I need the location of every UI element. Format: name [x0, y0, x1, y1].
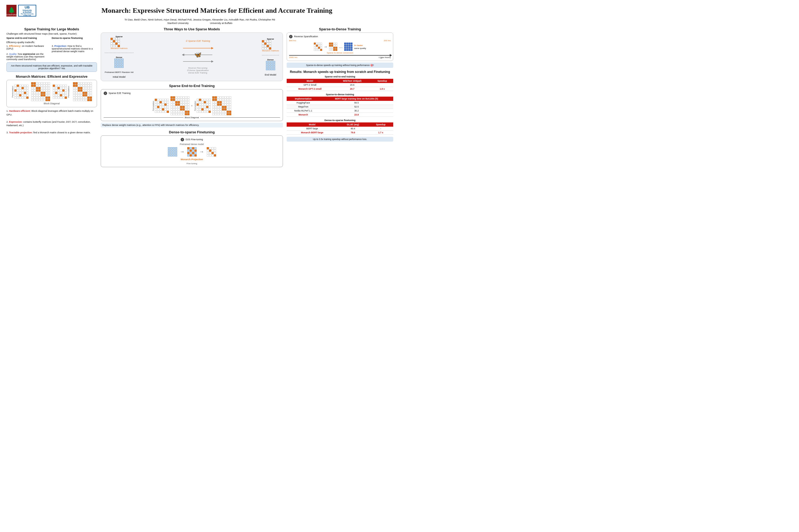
pt-proj: 3. Tractable projection: find a Monarch … — [6, 131, 97, 135]
s2d-mat-3 — [344, 43, 352, 51]
table2: Implementation BERT-large training time … — [287, 97, 393, 117]
pt-exp: 2. Expressive: contains butterfly matric… — [6, 120, 97, 128]
e2e-arrow: Block Diagonal — [104, 116, 280, 119]
pt1-highlight: Efficiency: — [9, 45, 21, 48]
bd-e2e-1 — [170, 96, 189, 115]
tw-center: ① Sparse E2E Training 🦋 — [136, 40, 259, 74]
question-box: Are there structured matrices that are e… — [6, 62, 97, 72]
two-col-labels: Sparse end-to-end training Dense-to-spar… — [6, 37, 97, 39]
perm-matrix-1: Permutation — [12, 84, 29, 99]
header: 🌲 STANFORD UB University at Buffalo The … — [6, 5, 393, 17]
tw-sparse-label2: Sparse Monarch matrices — [262, 38, 279, 52]
table-row-monarch: Monarch GPT-2-small 20.7 1.8 x — [287, 87, 393, 91]
bd-mat-2 — [73, 82, 92, 101]
s2d-diagram: 2 Reverse Sparsification 800 hrs 200 hrs — [287, 33, 393, 61]
perm-label-e2e-2: Permutation — [194, 101, 196, 111]
tw-end: Sparse Monarch matrices Dense — [262, 38, 279, 76]
arrow3-label: ③ Dense Sparsification — [187, 69, 209, 72]
s2d-note: Sparse-to-dense speeds up training witho… — [287, 62, 393, 68]
affiliations: Stanford University University at Buffal… — [6, 22, 393, 24]
table-row: HuggingFace 84.5 — [287, 101, 393, 105]
pt1-num: 1. — [6, 45, 8, 48]
table1-col3: Speedup — [371, 79, 393, 83]
pt3-highlight: Quality: — [9, 53, 17, 55]
table1-col2: WikiText 103(ppl) — [333, 79, 371, 83]
affiliation-stanford: Stanford University — [167, 22, 188, 24]
e2e-sub: 1 Sparse E2E Training — [104, 92, 280, 95]
pretrained-dense-label: Pretrained dense model — [180, 143, 204, 146]
pm-e2e-1 — [155, 99, 169, 113]
ft-arrow2: → — [199, 149, 204, 155]
s2d-time-labels: 2000 hrs t (gpu hours) — [289, 56, 391, 59]
table2-col2: BERT-large training time on 8xA100s (h) — [320, 97, 393, 101]
pm-mat-1 — [14, 84, 29, 99]
affiliation-ub: University at Buffalo — [210, 22, 232, 24]
finetuning-label: Fine-tuning — [186, 162, 197, 165]
bd-matrix-2 — [73, 82, 92, 101]
s2d-times: 800 hrs 200 hrs — [289, 39, 391, 42]
s2d-mat-2 — [329, 43, 337, 51]
table-row-monarch: Monarch BERT-large 79.6 1.7 x — [287, 131, 393, 135]
pt2-highlight: Projection: — [54, 45, 67, 48]
s2d-header: 2 Reverse Sparsification — [289, 35, 391, 38]
col-b: 3. Projection: How to find a sparse/stru… — [52, 45, 97, 61]
two-col-content: 1. Efficiency: on modern hardware (GPU) … — [6, 45, 97, 61]
perm-label-1: Permutation — [12, 86, 14, 97]
monarch-proj-label: Monarch Projection — [181, 158, 203, 161]
table3-col2: GLUE (avg) — [338, 122, 368, 127]
s2d-timeline — [289, 55, 391, 56]
question-text: Are there structured matrices that are e… — [11, 64, 92, 70]
bd-matrix-1 — [31, 82, 50, 101]
left-title: Sparse Training for Large Models — [6, 27, 97, 31]
pt3-num: 2. — [6, 53, 8, 55]
pt2: 3. Projection: How to find a sparse/stru… — [52, 45, 97, 53]
monarch-title: Monarch Matrices: Efficient and Expressi… — [6, 75, 97, 78]
main-columns: Sparse Training for Large Models Challen… — [6, 27, 393, 170]
e2e-box: 1 Sparse E2E Training Permutation — [101, 89, 283, 121]
pt3: 2. Quality: how expressive are the weigh… — [6, 53, 50, 61]
pt-proj-num: 3. — [6, 131, 8, 134]
svg-text:STANFORD: STANFORD — [6, 14, 17, 16]
e2e-row: Permutation — [104, 96, 280, 115]
ft-monarch-mat — [187, 147, 197, 156]
logos: 🌲 STANFORD UB University at Buffalo The … — [6, 5, 36, 17]
final-note: Up to 3.5x training speedup without perf… — [287, 137, 393, 141]
arrow1-label: ① Sparse E2E Training — [185, 40, 210, 42]
table1-title: Sparse end-to-end training — [287, 75, 393, 78]
table2-col1: Implementation — [287, 97, 320, 101]
pt-hw: 1. Hardware-efficient: Block-diagonal le… — [6, 109, 97, 117]
table1: Model WikiText 103(ppl) Speedup GPT-2 Sm… — [287, 79, 393, 91]
bd-e2e-2 — [212, 96, 231, 115]
pt-proj-highlight: Tractable projection: — [9, 131, 33, 134]
block-diagonal-label: Block Diagonal — [44, 102, 60, 105]
svg-text:🦋: 🦋 — [194, 51, 202, 58]
table3: Model GLUE (avg) Speedup BERT-large 80.4… — [287, 122, 393, 135]
perm-matrix-2: Permutation — [53, 84, 70, 99]
pm-e2e-2 — [197, 99, 211, 113]
tw-sparse-label1: Sparse Monarch matrices — [111, 35, 128, 50]
table3-col3: Speedup — [368, 122, 393, 127]
tw-dense-label1: Dense — [114, 56, 124, 68]
s2d-matrices-row: → … — [289, 43, 391, 51]
pt-proj-text: find a Monarch matrix closest to a given… — [33, 131, 91, 134]
svg-text:🌲: 🌲 — [8, 7, 16, 14]
tw-initial: Sparse Monarch matrices — [105, 35, 133, 78]
perm-label-2: Permutation — [68, 86, 70, 97]
ft-sparse-mat — [207, 147, 216, 156]
middle-column: Three Ways to Use Sparse Models Sparse — [101, 27, 283, 170]
arrow2-label: Reverse Fine-tuning — [188, 67, 207, 69]
ft-row: → → — [168, 147, 216, 156]
three-ways-title: Three Ways to Use Sparse Models — [101, 27, 283, 31]
pt3-text: how — [18, 53, 23, 55]
dense-e2e-label: Dense E2E Training — [188, 72, 207, 74]
table3-col1: Model — [287, 122, 338, 127]
perm-wrap-1: Permutation — [152, 99, 169, 113]
page: 🌲 STANFORD UB University at Buffalo The … — [0, 0, 400, 176]
monarch-matrices-row: Permutation — [12, 82, 92, 101]
bd-mat-1 — [31, 82, 50, 101]
pt-exp-num: 2. — [6, 120, 8, 123]
pt-exp-highlight: Expressive: — [9, 120, 23, 123]
paper-title: Monarch: Expressive Structured Matrices … — [40, 6, 393, 15]
s2d-ellipsis: … — [339, 45, 343, 49]
sparse-mat-tr — [262, 40, 279, 50]
